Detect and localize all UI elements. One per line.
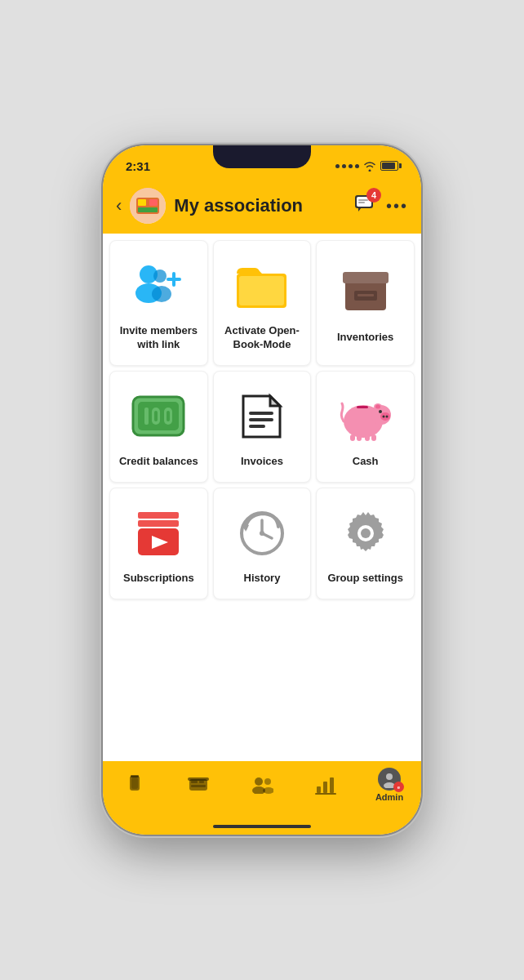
svg-point-12: [152, 286, 171, 302]
notch: [213, 145, 311, 168]
svg-rect-68: [323, 782, 327, 793]
svg-rect-42: [365, 434, 370, 441]
group-settings-icon: [337, 505, 394, 562]
svg-point-35: [386, 415, 389, 417]
svg-rect-8: [358, 202, 365, 203]
svg-rect-56: [131, 777, 138, 789]
svg-point-65: [264, 778, 271, 785]
svg-rect-44: [138, 512, 179, 519]
back-button[interactable]: ‹: [116, 195, 122, 216]
nav-drinks[interactable]: [103, 774, 167, 795]
main-content: Invite members with link: [103, 234, 421, 761]
inventories-icon: [337, 264, 394, 321]
signal-dots-icon: [335, 164, 359, 168]
admin-avatar-icon: e: [378, 768, 401, 791]
menu-grid: Invite members with link: [109, 240, 415, 599]
svg-rect-18: [343, 272, 389, 283]
svg-point-34: [383, 415, 385, 417]
credit-balances-item[interactable]: Credit balances: [109, 371, 208, 483]
svg-rect-4: [138, 207, 158, 212]
svg-rect-28: [249, 412, 273, 415]
bottom-nav: e Admin: [103, 761, 421, 818]
subscriptions-item[interactable]: Subscriptions: [109, 488, 208, 599]
chat-button[interactable]: 4: [353, 193, 376, 219]
svg-point-72: [386, 773, 393, 780]
invite-members-icon: [130, 257, 187, 314]
header: ‹ My association: [103, 181, 421, 234]
svg-rect-14: [167, 278, 181, 281]
svg-rect-60: [199, 781, 204, 783]
svg-rect-45: [138, 520, 179, 527]
svg-rect-2: [138, 199, 146, 206]
avatar[interactable]: [130, 188, 166, 224]
inventories-item[interactable]: Inventories: [316, 240, 415, 366]
admin-nav-label: Admin: [375, 792, 403, 802]
svg-rect-3: [149, 199, 158, 206]
svg-point-66: [263, 787, 273, 794]
cash-icon: [337, 388, 394, 445]
battery-icon: [380, 161, 398, 171]
nav-members[interactable]: [230, 776, 294, 794]
group-settings-label: Group settings: [327, 572, 402, 586]
svg-rect-43: [371, 434, 376, 441]
svg-rect-23: [144, 408, 149, 425]
subscriptions-icon: [130, 505, 187, 562]
status-time: 2:31: [126, 159, 150, 173]
open-book-icon: [233, 257, 291, 314]
svg-rect-57: [131, 775, 139, 777]
svg-rect-41: [357, 434, 362, 441]
svg-rect-29: [249, 418, 273, 421]
invite-members-item[interactable]: Invite members with link: [109, 240, 208, 366]
svg-point-11: [153, 270, 167, 283]
credit-balances-icon: [130, 388, 187, 445]
svg-rect-62: [188, 777, 209, 781]
more-button[interactable]: •••: [386, 197, 408, 216]
history-icon: [233, 505, 291, 562]
svg-point-63: [255, 777, 263, 786]
svg-rect-39: [357, 406, 368, 408]
svg-rect-16: [239, 276, 284, 305]
invite-members-label: Invite members with link: [117, 324, 201, 352]
history-item[interactable]: History: [213, 488, 312, 599]
svg-point-52: [260, 531, 264, 536]
inventories-label: Inventories: [337, 331, 393, 345]
phone-wrapper: 2:31: [0, 0, 524, 980]
nav-food[interactable]: [167, 774, 230, 795]
svg-rect-70: [315, 793, 336, 795]
cash-item[interactable]: Cash: [316, 371, 415, 483]
svg-rect-25: [154, 411, 158, 421]
notification-badge: 4: [366, 188, 381, 203]
phone-frame: 2:31: [103, 145, 421, 835]
svg-point-36: [379, 410, 382, 413]
svg-point-33: [380, 412, 390, 421]
home-bar: [213, 825, 311, 828]
svg-rect-20: [357, 294, 374, 296]
status-bar: 2:31: [103, 145, 421, 181]
nav-stats[interactable]: [294, 775, 357, 795]
svg-rect-7: [358, 199, 368, 201]
invoices-item[interactable]: Invoices: [213, 371, 312, 483]
home-indicator: [103, 818, 421, 835]
wifi-icon: [363, 161, 376, 172]
svg-rect-30: [249, 425, 265, 428]
header-actions: 4 •••: [353, 193, 408, 219]
cash-label: Cash: [353, 455, 379, 469]
invoices-label: Invoices: [241, 455, 283, 469]
history-label: History: [244, 572, 281, 586]
svg-rect-27: [167, 411, 170, 421]
open-book-item[interactable]: Activate Open-Book-Mode: [213, 240, 312, 366]
svg-rect-61: [191, 785, 206, 787]
drinks-nav-icon: [125, 774, 144, 795]
open-book-label: Activate Open-Book-Mode: [220, 324, 304, 352]
svg-point-38: [375, 404, 380, 408]
food-nav-icon: [188, 774, 209, 795]
svg-rect-40: [350, 434, 355, 441]
group-settings-item[interactable]: Group settings: [316, 488, 415, 599]
credit-balances-label: Credit balances: [119, 455, 198, 469]
phone-screen: 2:31: [103, 145, 421, 835]
page-title: My association: [174, 195, 345, 216]
battery-fill: [382, 163, 395, 169]
invoices-icon: [233, 388, 291, 445]
status-icons: [335, 161, 398, 172]
nav-admin[interactable]: e Admin: [357, 768, 421, 802]
